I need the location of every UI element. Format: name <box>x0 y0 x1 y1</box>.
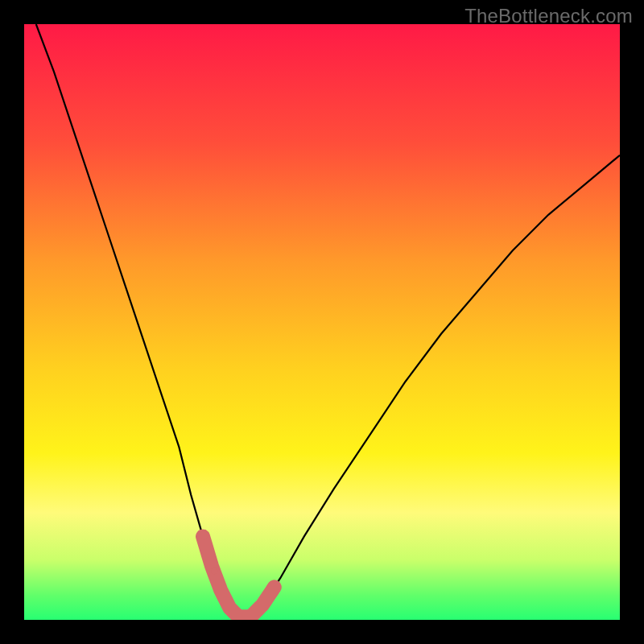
highlight-dot-2 <box>211 568 217 574</box>
bottleneck-chart <box>24 24 620 620</box>
chart-frame: TheBottleneck.com <box>0 0 644 644</box>
highlight-dot-1 <box>200 531 208 539</box>
gradient-background <box>24 24 620 620</box>
watermark-text: TheBottleneck.com <box>464 5 633 27</box>
plot-area <box>24 24 620 620</box>
